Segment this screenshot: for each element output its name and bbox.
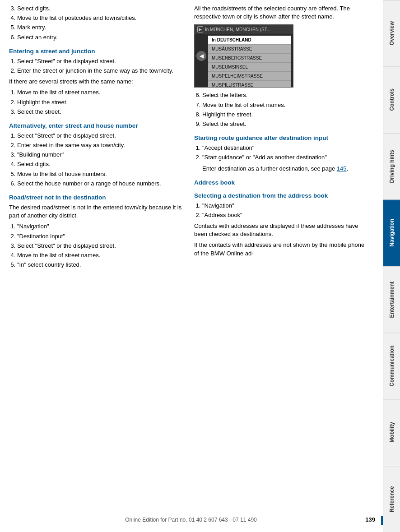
nav-list-item: MUSPILLISTRASSE xyxy=(208,81,291,88)
nav-icon: ▶ xyxy=(197,26,203,32)
sidebar-tab-reference[interactable]: Reference xyxy=(383,466,400,532)
list-item: Select the street. xyxy=(17,108,185,116)
page-footer: Online Edition for Part no. 01 40 2 607 … xyxy=(0,517,382,523)
selecting-dest-list: "Navigation" "Address book" xyxy=(202,202,370,219)
list-item: Enter the street or junction in the same… xyxy=(17,67,185,75)
address-book-note1: Contacts with addresses are displayed if… xyxy=(194,222,370,238)
list-item: "In" select country listed. xyxy=(17,261,185,269)
section-heading-entering-street: Entering a street and junction xyxy=(9,48,185,55)
list-item: Select the letters. xyxy=(202,91,370,99)
sidebar-tab-entertainment[interactable]: Entertainment xyxy=(383,266,400,333)
page-ref-link[interactable]: 145 xyxy=(337,165,347,172)
list-item: "Start guidance" or "Add as another dest… xyxy=(202,153,370,162)
page-number: 139 xyxy=(365,516,375,523)
list-item: "Navigation" xyxy=(202,202,370,210)
sidebar: Overview Controls Driving hints Navigati… xyxy=(383,0,400,532)
list-item: Highlight the street. xyxy=(202,111,370,119)
starting-route-list: "Accept destination" "Start guidance" or… xyxy=(202,144,370,162)
nav-list-item: MUSPELHEIMSTRASSE xyxy=(208,72,291,81)
list-item: Select the house number or a range of ho… xyxy=(17,180,185,188)
several-streets-note: If there are several streets with the sa… xyxy=(9,78,185,86)
list-item: Select the street. xyxy=(202,120,370,128)
nav-screenshot: ▶ In MÜNCHEN, MÜNCHEN (ST... ◀ In DEUTSC… xyxy=(194,24,293,88)
list-item: Move to the list of street names. xyxy=(17,88,185,97)
section-heading-selecting-dest: Selecting a destination from the address… xyxy=(194,192,370,199)
starting-route-note-suffix: . xyxy=(346,165,348,172)
sidebar-tab-controls[interactable]: Controls xyxy=(383,66,400,133)
list-item: "Building number" xyxy=(17,151,185,159)
sidebar-tab-communication[interactable]: Communication xyxy=(383,333,400,399)
right-col: All the roads/streets of the selected co… xyxy=(194,5,370,514)
list-item: Move to the list of house numbers. xyxy=(17,170,185,178)
list-item: Move to the list of street names. xyxy=(202,101,370,109)
road-not-in-dest-list: "Navigation" "Destination input" Select … xyxy=(17,222,185,269)
nav-left-arrow: ◀ xyxy=(196,51,206,61)
page-wrapper: Select digits. Move to the list of postc… xyxy=(0,0,400,532)
section-heading-starting-route: Starting route guidance after destinatio… xyxy=(194,134,370,141)
several-streets-list: Move to the list of street names. Highli… xyxy=(17,88,185,116)
main-content: Select digits. Move to the list of postc… xyxy=(0,0,383,532)
nav-list-item: MUSEUMSINSEL xyxy=(208,63,291,72)
nav-list-area: In DEUTSCHLAND MUSÄUSSTRASSE MUSENBERGST… xyxy=(208,36,291,88)
continuation-list: Select digits. Move to the list of postc… xyxy=(17,5,185,42)
nav-list-item: MUSENBERGSTRASSE xyxy=(208,54,291,63)
list-item: Highlight the street. xyxy=(17,98,185,106)
list-item: Enter street in the same way as town/cit… xyxy=(17,141,185,149)
sidebar-tab-mobility[interactable]: Mobility xyxy=(383,399,400,465)
list-item: Select "Street" or the displayed street. xyxy=(17,57,185,65)
section-heading-road-not-in-dest: Road/street not in the destination xyxy=(9,194,185,201)
nav-top-bar-text: In MÜNCHEN, MÜNCHEN (ST... xyxy=(205,27,270,32)
list-item: Select digits. xyxy=(17,160,185,168)
section-heading-alt-street: Alternatively, enter street and house nu… xyxy=(9,122,185,129)
road-not-in-dest-intro: The desired road/street is not in the en… xyxy=(9,204,185,220)
continued-items-list: Select the letters. Move to the list of … xyxy=(202,91,370,128)
sidebar-tab-navigation[interactable]: Navigation xyxy=(383,199,400,266)
nav-list-item: In DEUTSCHLAND xyxy=(208,36,291,45)
sidebar-tab-driving-hints[interactable]: Driving hints xyxy=(383,133,400,199)
list-item: Select an entry. xyxy=(17,33,185,42)
list-item: Select "Street" or the displayed street. xyxy=(17,242,185,250)
list-item: "Address book" xyxy=(202,211,370,219)
list-item: "Accept destination" xyxy=(202,144,370,152)
left-col: Select digits. Move to the list of postc… xyxy=(9,5,185,514)
nav-list-item: MUSÄUSSTRASSE xyxy=(208,45,291,54)
address-book-note2: If the contacts with addresses are not s… xyxy=(194,241,370,257)
section-heading-address-book: Address book xyxy=(194,179,370,186)
starting-route-note-text: Enter destination as a further destinati… xyxy=(202,165,337,172)
page-number-bar xyxy=(381,516,383,525)
list-item: Mark entry. xyxy=(17,23,185,32)
list-item: Select "Street" or the displayed street. xyxy=(17,132,185,140)
starting-route-note: Enter destination as a further destinati… xyxy=(202,165,370,173)
right-intro-text: All the roads/streets of the selected co… xyxy=(194,5,370,21)
list-item: "Navigation" xyxy=(17,222,185,231)
nav-top-bar: ▶ In MÜNCHEN, MÜNCHEN (ST... xyxy=(195,25,293,34)
list-item: "Destination input" xyxy=(17,232,185,241)
list-item: Move to the list of postcodes and towns/… xyxy=(17,14,185,22)
entering-street-list: Select "Street" or the displayed street.… xyxy=(17,57,185,75)
sidebar-tab-overview[interactable]: Overview xyxy=(383,0,400,66)
alt-street-list: Select "Street" or the displayed street.… xyxy=(17,132,185,188)
list-item: Move to the list of street names. xyxy=(17,251,185,259)
list-item: Select digits. xyxy=(17,5,185,13)
